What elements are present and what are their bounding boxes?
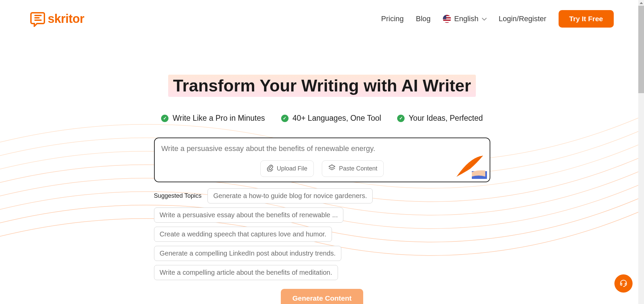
prompt-container: Upload File Paste Content	[154, 138, 490, 182]
suggested-topics: Suggested Topics Generate a how-to guide…	[154, 188, 490, 280]
logo[interactable]: skritor	[30, 11, 84, 27]
topic-chip[interactable]: Generate a compelling LinkedIn post abou…	[154, 246, 342, 261]
hero-title: Transform Your Writing with AI Writer	[168, 75, 476, 97]
try-free-button[interactable]: Try It Free	[559, 10, 614, 28]
nav: Pricing Blog English Login/Register Try …	[381, 10, 614, 28]
support-chat-button[interactable]	[614, 274, 633, 293]
input-actions: Upload File Paste Content	[161, 160, 483, 177]
feature-list: ✓ Write Like a Pro in Minutes ✓ 40+ Lang…	[0, 114, 644, 123]
language-label: English	[454, 14, 479, 23]
logo-text: skritor	[48, 12, 84, 26]
topic-chip[interactable]: Generate a how-to guide blog for novice …	[207, 188, 373, 203]
generate-content-button[interactable]: Generate Content	[281, 289, 363, 304]
topic-chip[interactable]: Create a wedding speech that captures lo…	[154, 227, 332, 242]
upload-label: Upload File	[277, 165, 307, 172]
logo-icon	[30, 11, 46, 27]
nav-login-register[interactable]: Login/Register	[499, 14, 546, 23]
check-icon: ✓	[397, 115, 405, 122]
upload-file-button[interactable]: Upload File	[260, 160, 314, 177]
paperclip-icon	[267, 164, 273, 173]
chevron-down-icon	[482, 16, 487, 22]
prompt-input[interactable]	[161, 144, 483, 153]
headset-icon	[619, 278, 628, 289]
topic-chip[interactable]: Write a persuasive essay about the benef…	[154, 207, 344, 223]
paste-content-button[interactable]: Paste Content	[322, 160, 384, 177]
check-icon: ✓	[281, 115, 289, 122]
feature-item: ✓ Write Like a Pro in Minutes	[161, 114, 265, 123]
suggested-label: Suggested Topics	[154, 192, 202, 199]
layers-icon	[328, 164, 336, 173]
topic-chip[interactable]: Write a compelling article about the ben…	[154, 265, 338, 280]
feature-text: Write Like a Pro in Minutes	[173, 114, 265, 123]
nav-pricing[interactable]: Pricing	[381, 14, 404, 23]
feature-item: ✓ 40+ Languages, One Tool	[281, 114, 381, 123]
feature-text: Your Ideas, Perfected	[409, 114, 483, 123]
flag-us-icon	[443, 15, 451, 23]
header: skritor Pricing Blog English Login/Regis…	[0, 0, 644, 38]
check-icon: ✓	[161, 115, 168, 122]
feature-text: 40+ Languages, One Tool	[293, 114, 381, 123]
hero: Transform Your Writing with AI Writer ✓ …	[0, 75, 644, 304]
feature-item: ✓ Your Ideas, Perfected	[397, 114, 483, 123]
paste-label: Paste Content	[339, 165, 377, 172]
language-selector[interactable]: English	[443, 14, 487, 23]
quill-icon	[453, 154, 487, 179]
nav-blog[interactable]: Blog	[416, 14, 431, 23]
